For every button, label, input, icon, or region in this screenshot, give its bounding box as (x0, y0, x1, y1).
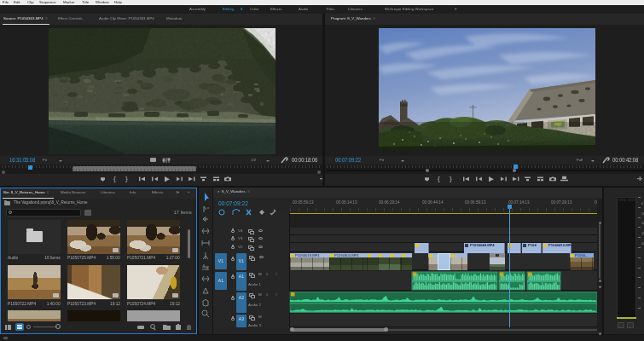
svg-text:}: } (450, 176, 452, 182)
svg-text:{: { (438, 176, 440, 182)
svg-text:{: { (113, 176, 116, 182)
svg-text:}: } (125, 176, 128, 182)
